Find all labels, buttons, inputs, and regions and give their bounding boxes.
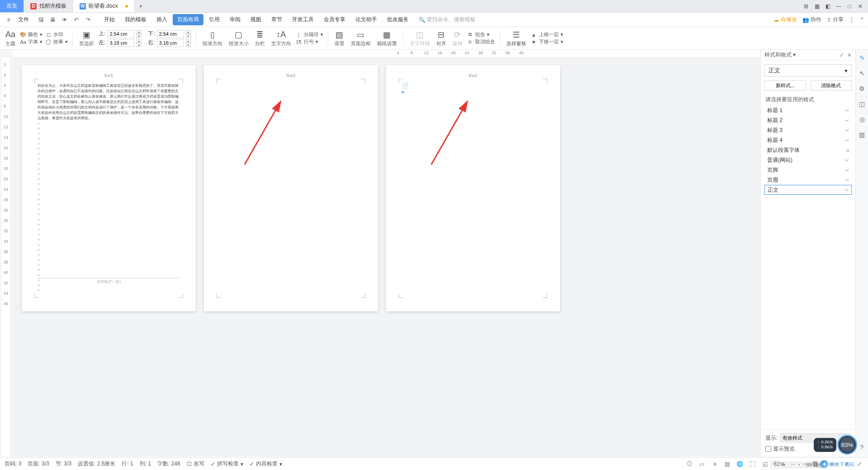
- style-item[interactable]: 标题 3↵: [764, 125, 852, 135]
- style-item[interactable]: 默认段落字体a: [764, 145, 852, 155]
- status-setval[interactable]: 设置值: 2.5厘米: [78, 460, 115, 468]
- collapse-ribbon-icon[interactable]: ⌃: [860, 17, 864, 23]
- margin-right-input[interactable]: [157, 39, 184, 47]
- status-view-web-icon[interactable]: 🌐: [736, 460, 744, 468]
- breaks-button[interactable]: ¦分隔符 ▾: [296, 31, 323, 38]
- background-button[interactable]: ▨背景: [333, 28, 346, 49]
- margin-left-input[interactable]: [107, 39, 134, 47]
- bring-forward-button[interactable]: ▲上移一层 ▾: [531, 31, 563, 38]
- rail-styles-icon[interactable]: ✎: [858, 53, 867, 62]
- pageborder-button[interactable]: ▭页面边框: [349, 28, 373, 49]
- status-view-page-icon[interactable]: ▭: [698, 460, 706, 468]
- tab-home[interactable]: 首页: [0, 0, 24, 12]
- redo-icon[interactable]: ↷: [83, 15, 93, 25]
- share-button[interactable]: ⇪ 分享: [827, 16, 844, 24]
- unsaved-changes[interactable]: ☁ 有修改: [774, 16, 797, 24]
- menu-correct[interactable]: 批改服务: [382, 14, 413, 25]
- effect-button[interactable]: ◯效果 ▾: [45, 38, 68, 45]
- style-item[interactable]: 正文↵: [764, 185, 852, 195]
- ungroup-button[interactable]: ⧈取消组合: [467, 38, 495, 45]
- rail-layers-icon[interactable]: ◫: [858, 99, 867, 108]
- layout-icon[interactable]: ⊞: [801, 1, 811, 11]
- status-fit-icon[interactable]: ◱: [761, 460, 769, 468]
- status-view-outline-icon[interactable]: ≡: [711, 460, 719, 468]
- status-contentcheck[interactable]: ✓ 内容检查 ▾: [250, 460, 282, 468]
- horizontal-ruler[interactable]: 481216202428323640: [13, 50, 760, 58]
- tab-templates[interactable]: D 找稻壳模板: [24, 0, 73, 12]
- align-button[interactable]: ⊟对齐: [434, 28, 448, 49]
- style-item[interactable]: 标题 1↵: [764, 105, 852, 115]
- tab-document[interactable]: W 盼望着.docx: [73, 0, 135, 12]
- spin-up-icon[interactable]: ▴: [186, 39, 191, 43]
- orientation-button[interactable]: ▯纸张方向: [201, 28, 224, 49]
- style-item[interactable]: 标题 2↵: [764, 115, 852, 125]
- watermark-button[interactable]: ◻水印: [45, 31, 68, 38]
- rail-select-icon[interactable]: ↖: [858, 69, 867, 78]
- spin-down-icon[interactable]: ▾: [136, 34, 142, 38]
- color-button[interactable]: 🎨颜色 ▾: [20, 31, 42, 38]
- menu-review[interactable]: 审阅: [225, 14, 245, 25]
- status-spellcheck[interactable]: ✓ 拼写检查 ▾: [211, 460, 243, 468]
- status-view-read-icon[interactable]: ▤: [723, 460, 731, 468]
- group-button[interactable]: ⧉组合 ▾: [467, 31, 495, 38]
- panel-close-icon[interactable]: ✕: [847, 52, 852, 58]
- menu-section[interactable]: 章节: [267, 14, 287, 25]
- maximize-icon[interactable]: □: [844, 1, 854, 11]
- rail-clipboard-icon[interactable]: ▥: [858, 130, 867, 139]
- menu-insert[interactable]: 插入: [152, 14, 172, 25]
- spin-up-icon[interactable]: ▴: [136, 30, 142, 34]
- rotate-button[interactable]: ⟳旋转: [451, 28, 464, 49]
- style-item[interactable]: 标题 4↵: [764, 135, 852, 145]
- print-quick-icon[interactable]: 🖶: [48, 15, 58, 25]
- menu-mytpl[interactable]: 我的模板: [120, 14, 151, 25]
- body-text[interactable]: 到目前为止，大家对金山文档这款实验编辑工具肯定已经是非常熟悉的了。其实可能很操作…: [38, 83, 180, 121]
- textdir-button[interactable]: ↕A文字方向: [269, 28, 293, 49]
- rail-settings-icon[interactable]: ⚙: [858, 84, 867, 93]
- menu-member[interactable]: 会员专享: [319, 14, 350, 25]
- status-overwrite[interactable]: ☐ 改写: [187, 460, 204, 468]
- page-2[interactable]: 第●页: [204, 65, 378, 311]
- status-pageno[interactable]: 页码: 3: [5, 460, 21, 468]
- collab-button[interactable]: 👥 协作: [802, 16, 821, 24]
- status-page[interactable]: 页面: 3/3: [28, 460, 49, 468]
- menu-view[interactable]: 视图: [246, 14, 266, 25]
- status-expand-icon[interactable]: ⤢: [855, 460, 863, 468]
- print-preview-icon[interactable]: 👁: [60, 15, 70, 25]
- tab-add[interactable]: +: [135, 0, 147, 12]
- status-section[interactable]: 节: 3/3: [56, 460, 71, 468]
- pagesize-button[interactable]: ▢纸张大小: [227, 28, 250, 49]
- status-info-icon[interactable]: ⓘ: [685, 460, 693, 468]
- undo-icon[interactable]: ↶: [71, 15, 81, 25]
- spin-up-icon[interactable]: ▴: [136, 39, 142, 43]
- page-3[interactable]: 第●页 📄▸: [386, 65, 560, 311]
- current-style-select[interactable]: 正文▾: [764, 64, 852, 77]
- new-style-button[interactable]: 新样式...: [764, 80, 806, 90]
- clear-format-button[interactable]: 清除格式: [811, 80, 852, 90]
- status-col[interactable]: 列: 1: [140, 460, 151, 468]
- minimize-icon[interactable]: —: [834, 1, 844, 11]
- margin-bottom-input[interactable]: [157, 30, 184, 38]
- more-icon[interactable]: ⋮: [849, 17, 854, 23]
- close-icon[interactable]: ✕: [855, 1, 865, 11]
- skin-icon[interactable]: ◧: [823, 1, 833, 11]
- margins-button[interactable]: ▣页边距: [77, 28, 96, 49]
- status-fullscreen-icon[interactable]: ⛶: [749, 460, 757, 468]
- status-line[interactable]: 行: 1: [122, 460, 133, 468]
- spin-down-icon[interactable]: ▾: [186, 34, 191, 38]
- style-item[interactable]: 普通(网站)↵: [764, 155, 852, 165]
- page-1[interactable]: 第●页 到目前为止，大家对金山文档这款实验编辑工具肯定已经是非常熟悉的了。其实可…: [22, 65, 196, 311]
- menu-start[interactable]: 开始: [99, 14, 119, 25]
- lineno-button[interactable]: 1¶行号 ▾: [296, 38, 323, 45]
- spin-up-icon[interactable]: ▴: [186, 30, 191, 34]
- command-search[interactable]: 🔍 查找命令、搜索模板: [419, 16, 476, 24]
- apps-icon[interactable]: ▦: [812, 1, 822, 11]
- margin-top-input[interactable]: [107, 30, 134, 38]
- paper-setup-button[interactable]: ▦稿纸设置: [375, 28, 399, 49]
- menu-dev[interactable]: 开发工具: [288, 14, 318, 25]
- menu-reference[interactable]: 引用: [204, 14, 224, 25]
- menu-file[interactable]: 文件: [15, 16, 32, 24]
- theme-button[interactable]: Aa主题: [4, 28, 17, 49]
- menu-thesis[interactable]: 论文助手: [351, 14, 382, 25]
- textwrap-button[interactable]: ◫文字环绕: [408, 28, 432, 49]
- vertical-ruler[interactable]: 2246810121416182022242628303234363840424…: [2, 58, 11, 456]
